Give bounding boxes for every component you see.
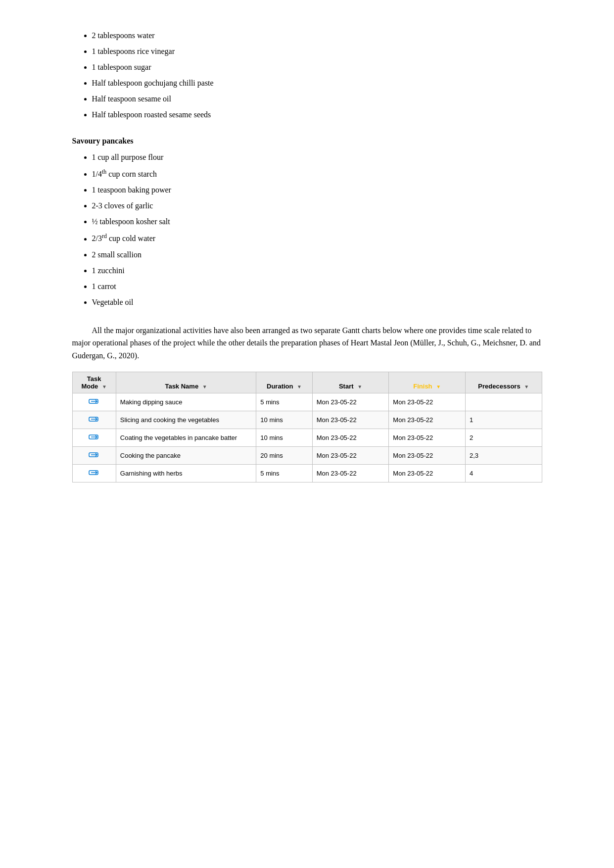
cell-task-name: Slicing and cooking the vegetables — [116, 411, 256, 429]
cell-task-mode — [72, 447, 116, 465]
cell-task-name: Cooking the pancake — [116, 447, 256, 465]
list-item: Vegetable oil — [92, 296, 542, 308]
cell-finish: Mon 23-05-22 — [389, 465, 466, 482]
task-name-dropdown-arrow[interactable]: ▼ — [202, 384, 207, 389]
cell-start: Mon 23-05-22 — [312, 447, 389, 465]
list-item: 2/3rd cup cold water — [92, 232, 542, 244]
table-row: Garnishing with herbs 5 mins Mon 23-05-2… — [72, 465, 542, 482]
list-item: 2 small scallion — [92, 249, 542, 261]
table-row: Coating the vegetables in pancake batter… — [72, 429, 542, 447]
cell-finish: Mon 23-05-22 — [389, 393, 466, 411]
list-item: ½ tablespoon kosher salt — [92, 216, 542, 228]
list-item: 1 teaspoon baking power — [92, 184, 542, 196]
predecessors-dropdown-arrow[interactable]: ▼ — [524, 384, 529, 389]
cell-duration: 10 mins — [256, 411, 312, 429]
th-duration[interactable]: Duration ▼ — [256, 372, 312, 393]
list-item: 1 tablespoon sugar — [92, 61, 542, 73]
gantt-table: TaskMode ▼ Task Name ▼ Duration ▼ Start … — [72, 372, 542, 482]
cell-predecessors — [466, 393, 542, 411]
cell-task-name: Coating the vegetables in pancake batter — [116, 429, 256, 447]
cell-start: Mon 23-05-22 — [312, 393, 389, 411]
list-item: 1 tablespoons rice vinegar — [92, 46, 542, 57]
th-task-mode[interactable]: TaskMode ▼ — [72, 372, 116, 393]
list-item: 1 carrot — [92, 281, 542, 292]
sauce-ingredient-list: 2 tablespoons water 1 tablespoons rice v… — [92, 30, 542, 121]
cell-start: Mon 23-05-22 — [312, 465, 389, 482]
cell-task-mode — [72, 393, 116, 411]
task-mode-icon — [89, 433, 99, 441]
cell-start: Mon 23-05-22 — [312, 411, 389, 429]
cell-task-name: Garnishing with herbs — [116, 465, 256, 482]
list-item: 1 cup all purpose flour — [92, 151, 542, 163]
list-item: Half teaspoon sesame oil — [92, 93, 542, 105]
cell-duration: 10 mins — [256, 429, 312, 447]
list-item: Half tablespoon gochujang chilli paste — [92, 77, 542, 89]
cell-finish: Mon 23-05-22 — [389, 411, 466, 429]
th-finish[interactable]: Finish ▼ — [389, 372, 466, 393]
task-mode-icon — [89, 451, 99, 459]
task-mode-icon — [89, 415, 99, 423]
cell-start: Mon 23-05-22 — [312, 429, 389, 447]
cell-finish: Mon 23-05-22 — [389, 429, 466, 447]
task-mode-icon — [89, 397, 99, 405]
body-paragraph: All the major organizational activities … — [72, 324, 542, 362]
cell-predecessors: 4 — [466, 465, 542, 482]
table-row: Slicing and cooking the vegetables 10 mi… — [72, 411, 542, 429]
start-dropdown-arrow[interactable]: ▼ — [357, 384, 362, 389]
savoury-ingredient-list: 1 cup all purpose flour 1/4th cup corn s… — [92, 151, 542, 308]
list-item: 2-3 cloves of garlic — [92, 200, 542, 212]
cell-duration: 5 mins — [256, 465, 312, 482]
th-predecessors[interactable]: Predecessors ▼ — [466, 372, 542, 393]
table-row: Making dipping sauce 5 mins Mon 23-05-22… — [72, 393, 542, 411]
section-heading: Savoury pancakes — [72, 137, 542, 145]
list-item: 2 tablespoons water — [92, 30, 542, 42]
cell-predecessors: 2 — [466, 429, 542, 447]
savoury-section: Savoury pancakes 1 cup all purpose flour… — [72, 137, 542, 308]
th-task-name[interactable]: Task Name ▼ — [116, 372, 256, 393]
table-header-row: TaskMode ▼ Task Name ▼ Duration ▼ Start … — [72, 372, 542, 393]
task-mode-dropdown-arrow[interactable]: ▼ — [102, 384, 107, 389]
cell-task-mode — [72, 411, 116, 429]
duration-dropdown-arrow[interactable]: ▼ — [297, 384, 302, 389]
list-item: 1/4th cup corn starch — [92, 167, 542, 180]
finish-dropdown-arrow[interactable]: ▼ — [436, 384, 441, 389]
table-row: Cooking the pancake 20 mins Mon 23-05-22… — [72, 447, 542, 465]
cell-task-mode — [72, 429, 116, 447]
content-area: 2 tablespoons water 1 tablespoons rice v… — [72, 30, 542, 482]
cell-predecessors: 1 — [466, 411, 542, 429]
cell-task-mode — [72, 465, 116, 482]
cell-finish: Mon 23-05-22 — [389, 447, 466, 465]
list-item: 1 zucchini — [92, 265, 542, 277]
cell-duration: 5 mins — [256, 393, 312, 411]
cell-predecessors: 2,3 — [466, 447, 542, 465]
th-start[interactable]: Start ▼ — [312, 372, 389, 393]
cell-duration: 20 mins — [256, 447, 312, 465]
cell-task-name: Making dipping sauce — [116, 393, 256, 411]
task-mode-icon — [89, 469, 99, 477]
list-item: Half tablespoon roasted sesame seeds — [92, 109, 542, 121]
